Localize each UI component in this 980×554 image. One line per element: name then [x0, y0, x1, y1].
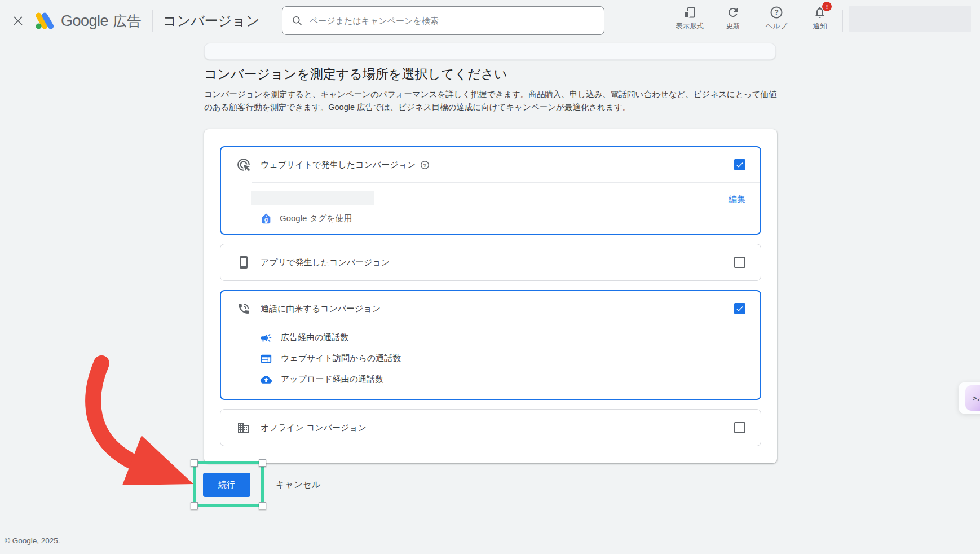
- svg-text:g: g: [264, 216, 268, 223]
- website-help-icon[interactable]: ?: [420, 160, 430, 170]
- svg-text:?: ?: [423, 162, 427, 168]
- brand-wordmark: Google 広告: [61, 12, 141, 30]
- account-area-redacted[interactable]: [849, 6, 971, 32]
- option-label-calls: 通話に由来するコンバージョン: [261, 304, 381, 314]
- refresh-icon: [726, 5, 740, 20]
- cancel-button[interactable]: キャンセル: [276, 479, 320, 491]
- search-icon: [292, 15, 303, 27]
- option-label-app: アプリで発生したコンバージョン: [261, 257, 390, 268]
- section-description: コンバージョンを測定すると、キャンペーンのパフォーマンスを詳しく把握できます。商…: [204, 88, 780, 114]
- calls-item-upload-label: アップロード経由の通話数: [281, 374, 383, 385]
- extension-widget-icon: >.<: [965, 385, 980, 411]
- notifications-button[interactable]: ! 通知: [803, 5, 837, 31]
- option-card-app[interactable]: アプリで発生したコンバージョン: [220, 244, 761, 281]
- display-format-label: 表示形式: [676, 21, 704, 31]
- calls-item-website: ウェブサイト訪問からの通話数: [221, 348, 760, 369]
- brand-google-text: Google: [61, 12, 108, 30]
- offline-checkbox[interactable]: [734, 422, 745, 433]
- close-icon: [12, 15, 24, 27]
- website-conversion-icon: [236, 157, 251, 172]
- brand-product-text: 広告: [113, 12, 141, 30]
- copyright-text: © Google, 2025.: [5, 537, 60, 545]
- option-card-offline[interactable]: オフライン コンバージョン: [220, 409, 761, 446]
- google-tag-label: Google タグを使用: [280, 213, 352, 224]
- selection-handle: [259, 502, 266, 509]
- continue-button[interactable]: 続行: [203, 473, 250, 497]
- redacted-domain-value: [251, 191, 374, 205]
- megaphone-icon: [260, 332, 272, 344]
- conversion-sources-card: ウェブサイトで発生したコンバージョン ? 編集 g: [204, 129, 777, 463]
- section-heading: コンバージョンを測定する場所を選択してください: [204, 65, 507, 83]
- svg-text:?: ?: [774, 8, 779, 16]
- selection-handle: [191, 459, 198, 467]
- option-label-website: ウェブサイトで発生したコンバージョン: [261, 160, 416, 170]
- display-format-icon: [682, 5, 697, 20]
- help-button[interactable]: ? ヘルプ: [760, 5, 793, 31]
- google-ads-logo-icon: [34, 10, 55, 32]
- phone-call-icon: [236, 301, 251, 316]
- cloud-upload-icon: [260, 373, 272, 386]
- help-icon: ?: [769, 5, 784, 20]
- calls-item-ads: 広告経由の通話数: [221, 327, 760, 348]
- google-tag-icon: g: [260, 212, 272, 225]
- header-divider-right: [842, 10, 843, 32]
- bell-icon: !: [813, 5, 827, 20]
- calls-item-website-label: ウェブサイト訪問からの通話数: [281, 353, 401, 364]
- calls-checkbox[interactable]: [734, 303, 745, 314]
- option-card-calls[interactable]: 通話に由来するコンバージョン 広告経由の通話数 ウェブサイト訪問からの通話数: [220, 290, 761, 400]
- refresh-label: 更新: [726, 21, 740, 31]
- page-title: コンバージョン: [163, 12, 259, 30]
- refresh-button[interactable]: 更新: [716, 5, 750, 31]
- selection-handle: [191, 502, 198, 509]
- red-arrow-annotation: [82, 355, 212, 502]
- close-button[interactable]: [7, 10, 29, 32]
- search-input[interactable]: [310, 16, 595, 25]
- calls-item-ads-label: 広告経由の通話数: [281, 332, 348, 343]
- display-format-button[interactable]: 表示形式: [673, 5, 707, 31]
- help-label: ヘルプ: [766, 21, 787, 31]
- scrolled-card-sliver: [204, 43, 776, 60]
- building-icon: [236, 420, 251, 435]
- calls-item-upload: アップロード経由の通話数: [221, 369, 760, 390]
- app-checkbox[interactable]: [734, 257, 745, 268]
- option-card-website[interactable]: ウェブサイトで発生したコンバージョン ? 編集 g: [220, 146, 761, 235]
- search-box[interactable]: [282, 6, 604, 35]
- web-icon: [260, 353, 272, 365]
- kaomoji-face: >.<: [973, 394, 980, 402]
- extension-widget-button[interactable]: >.<: [959, 382, 980, 414]
- header-actions: 表示形式 更新 ? ヘルプ !: [673, 5, 837, 31]
- edit-link[interactable]: 編集: [729, 194, 745, 205]
- option-label-offline: オフライン コンバージョン: [261, 423, 367, 433]
- website-checkbox[interactable]: [734, 159, 745, 170]
- checkmark-icon: [735, 304, 744, 313]
- smartphone-icon: [236, 255, 251, 270]
- header-divider: [152, 10, 153, 32]
- notification-badge: !: [822, 2, 832, 11]
- notifications-label: 通知: [813, 21, 827, 31]
- checkmark-icon: [735, 160, 744, 169]
- top-app-bar: Google 広告 コンバージョン 表示形式: [0, 0, 980, 42]
